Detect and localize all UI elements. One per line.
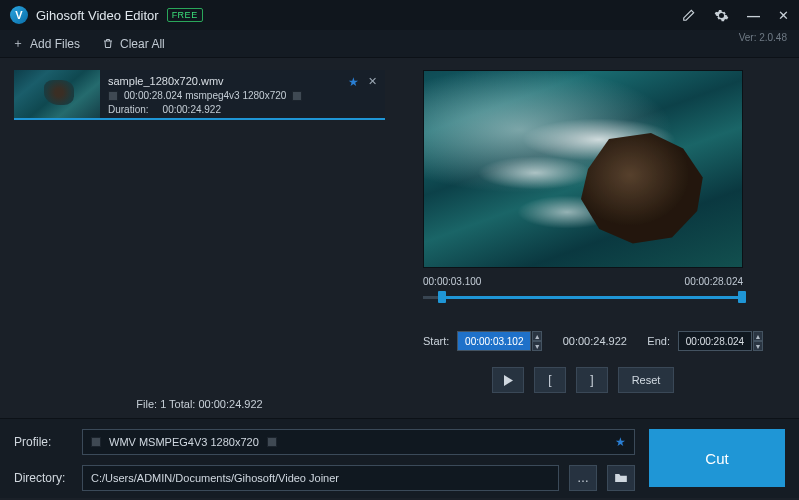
mark-in-button[interactable]: [ <box>534 367 566 393</box>
file-name: sample_1280x720.wmv <box>108 74 377 89</box>
minimize-button[interactable]: — <box>747 8 760 23</box>
directory-value: C:/Users/ADMIN/Documents/Gihosoft/Video … <box>91 472 339 484</box>
end-time-input[interactable]: ▲▼ <box>678 331 763 351</box>
time-end-readout: 00:00:28.024 <box>685 276 743 287</box>
file-codec-line: 00:00:28.024 msmpeg4v3 1280x720 <box>124 89 286 103</box>
clear-all-label: Clear All <box>120 37 165 51</box>
play-button[interactable] <box>492 367 524 393</box>
duration-value: 00:00:24.922 <box>163 103 221 117</box>
directory-more-button[interactable]: … <box>569 465 597 491</box>
file-row[interactable]: sample_1280x720.wmv 00:00:28.024 msmpeg4… <box>14 70 385 120</box>
start-down[interactable]: ▼ <box>532 341 542 351</box>
cut-button[interactable]: Cut <box>649 429 785 487</box>
reset-button[interactable]: Reset <box>618 367 674 393</box>
add-files-button[interactable]: ＋ Add Files <box>12 35 80 52</box>
directory-field[interactable]: C:/Users/ADMIN/Documents/Gihosoft/Video … <box>82 465 559 491</box>
slider-handle-start[interactable] <box>438 291 446 303</box>
file-list-panel: sample_1280x720.wmv 00:00:28.024 msmpeg4… <box>0 58 395 418</box>
mark-out-button[interactable]: ] <box>576 367 608 393</box>
selection-duration: 00:00:24.922 <box>550 335 639 347</box>
codec-icon <box>108 91 118 101</box>
gear-icon[interactable] <box>714 8 729 23</box>
titlebar: V Gihosoft Video Editor FREE — ✕ <box>0 0 799 30</box>
video-preview[interactable] <box>423 70 743 268</box>
bottom-bar: Profile: WMV MSMPEG4V3 1280x720 ★ Direct… <box>0 418 799 498</box>
end-up[interactable]: ▲ <box>753 331 763 341</box>
version-label: Ver: 2.0.48 <box>739 32 787 43</box>
profile-icon <box>91 437 101 447</box>
start-label: Start: <box>423 335 449 347</box>
profile-res-icon <box>267 437 277 447</box>
directory-label: Directory: <box>14 471 72 485</box>
profile-favorite-icon[interactable]: ★ <box>615 435 626 449</box>
open-folder-button[interactable] <box>607 465 635 491</box>
plus-icon: ＋ <box>12 35 24 52</box>
res-icon <box>292 91 302 101</box>
file-thumbnail <box>14 70 100 118</box>
preview-panel: 00:00:03.100 00:00:28.024 Start: ▲▼ 00:0… <box>395 58 799 418</box>
slider-handle-end[interactable] <box>738 291 746 303</box>
profile-label: Profile: <box>14 435 72 449</box>
close-button[interactable]: ✕ <box>778 8 789 23</box>
clear-all-button[interactable]: Clear All <box>102 37 165 51</box>
profile-selector[interactable]: WMV MSMPEG4V3 1280x720 ★ <box>82 429 635 455</box>
toolbar: ＋ Add Files Clear All <box>0 30 799 58</box>
end-time-field[interactable] <box>678 331 752 351</box>
start-time-input[interactable]: ▲▼ <box>457 331 542 351</box>
app-title: Gihosoft Video Editor <box>36 8 159 23</box>
add-files-label: Add Files <box>30 37 80 51</box>
remove-file-button[interactable]: ✕ <box>368 74 377 89</box>
end-down[interactable]: ▼ <box>753 341 763 351</box>
file-list-footer: File: 1 Total: 00:00:24.922 <box>14 390 385 418</box>
trim-slider[interactable] <box>423 289 743 307</box>
favorite-button[interactable]: ★ <box>348 74 359 91</box>
free-badge: FREE <box>167 8 203 22</box>
start-up[interactable]: ▲ <box>532 331 542 341</box>
duration-label: Duration: <box>108 103 149 117</box>
time-start-readout: 00:00:03.100 <box>423 276 481 287</box>
edit-icon[interactable] <box>682 8 696 22</box>
profile-value: WMV MSMPEG4V3 1280x720 <box>109 436 259 448</box>
trash-icon <box>102 37 114 50</box>
start-time-field[interactable] <box>457 331 531 351</box>
app-logo: V <box>10 6 28 24</box>
end-label: End: <box>647 335 670 347</box>
